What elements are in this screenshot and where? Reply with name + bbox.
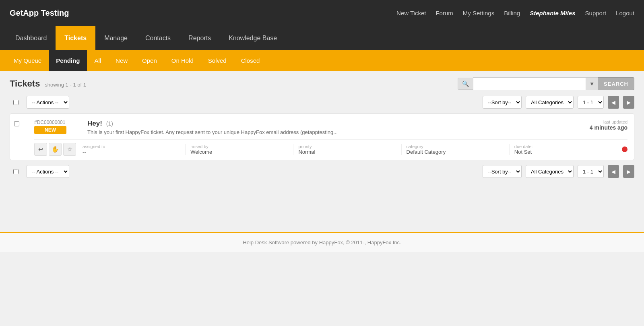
subnav-all[interactable]: All <box>87 50 108 71</box>
search-bar: 🔍 ▼ SEARCH <box>458 77 634 90</box>
subnav-on-hold[interactable]: On Hold <box>164 50 201 71</box>
page-range-top[interactable]: 1 - 1 <box>578 96 604 109</box>
assigned-to-field: assigned to -- <box>83 144 185 155</box>
mainnav-knowledge-base[interactable]: Knowledge Base <box>220 26 286 50</box>
ticket-meta-fields: assigned to -- raised by Welcome priorit… <box>83 144 617 155</box>
ticket-body: #DC00000001 NEW Hey! (1) This is your fi… <box>28 114 634 160</box>
nav-my-settings[interactable]: My Settings <box>463 10 494 17</box>
categories-dropdown-top[interactable]: All Categories <box>526 96 574 109</box>
app-logo: GetApp Testing <box>10 8 69 18</box>
reply-button[interactable]: ↩ <box>34 143 47 156</box>
ticket-card: #DC00000001 NEW Hey! (1) This is your fi… <box>10 113 634 160</box>
search-input[interactable] <box>473 77 586 90</box>
priority-field: priority Normal <box>293 144 401 155</box>
subnav-open[interactable]: Open <box>135 50 164 71</box>
assigned-to-label: assigned to <box>83 144 180 149</box>
subnav-closed[interactable]: Closed <box>234 50 267 71</box>
select-all-bottom[interactable] <box>13 169 19 174</box>
assigned-to-value: -- <box>83 149 180 155</box>
nav-forum[interactable]: Forum <box>436 10 453 17</box>
ticket-title-area: Hey! (1) This is your first HappyFox tic… <box>83 120 575 135</box>
ticket-action-icons: ↩ ✋ ☆ <box>34 143 76 156</box>
raised-by-field: raised by Welcome <box>185 144 293 155</box>
ticket-preview: This is your first HappyFox ticket. Any … <box>87 129 570 135</box>
ticket-top: #DC00000001 NEW Hey! (1) This is your fi… <box>34 120 627 135</box>
priority-value: Normal <box>298 149 396 155</box>
ticket-meta-row: ↩ ✋ ☆ assigned to -- raised by Welcome p… <box>34 139 627 156</box>
tickets-header: Tickets showing 1 - 1 of 1 🔍 ▼ SEARCH <box>10 77 634 90</box>
tickets-count: showing 1 - 1 of 1 <box>45 82 86 88</box>
tickets-title-group: Tickets showing 1 - 1 of 1 <box>10 78 86 89</box>
mainnav-contacts[interactable]: Contacts <box>136 26 180 50</box>
due-date-field: due date: Not Set <box>509 144 617 155</box>
due-date-value: Not Set <box>514 149 612 155</box>
priority-label: priority <box>298 144 396 149</box>
toolbar-top: -- Actions -- --Sort by-- All Categories… <box>10 96 634 109</box>
main-content: Tickets showing 1 - 1 of 1 🔍 ▼ SEARCH --… <box>0 71 644 232</box>
ticket-priority-dot <box>622 146 627 152</box>
category-value: Default Category <box>407 149 504 155</box>
ticket-id-status: #DC00000001 NEW <box>34 120 83 134</box>
select-all-top[interactable] <box>13 100 19 105</box>
footer: Help Desk Software powered by HappyFox, … <box>0 232 644 252</box>
ticket-last-updated: last updated 4 minutes ago <box>575 120 627 131</box>
page-title: Tickets <box>10 78 40 89</box>
mainnav-reports[interactable]: Reports <box>180 26 220 50</box>
search-dropdown-button[interactable]: ▼ <box>586 77 598 90</box>
ticket-title[interactable]: Hey! <box>87 120 102 127</box>
subnav-pending[interactable]: Pending <box>49 50 87 71</box>
toolbar-right-bottom: --Sort by-- All Categories 1 - 1 ◀ ▶ <box>483 165 634 178</box>
last-updated-time: 4 minutes ago <box>575 124 627 131</box>
toolbar-right-top: --Sort by-- All Categories 1 - 1 ◀ ▶ <box>483 96 634 109</box>
ticket-checkbox[interactable] <box>14 121 19 126</box>
actions-dropdown-bottom[interactable]: -- Actions -- <box>27 165 69 178</box>
actions-dropdown-top[interactable]: -- Actions -- <box>27 96 69 109</box>
sort-dropdown-top[interactable]: --Sort by-- <box>483 96 522 109</box>
footer-text: Help Desk Software powered by HappyFox, … <box>243 239 401 246</box>
nav-username[interactable]: Stephanie Miles <box>530 10 575 17</box>
page-range-bottom[interactable]: 1 - 1 <box>578 165 604 178</box>
mainnav-dashboard[interactable]: Dashboard <box>6 26 56 50</box>
nav-billing[interactable]: Billing <box>504 10 520 17</box>
category-field: category Default Category <box>401 144 509 155</box>
due-date-label: due date: <box>514 144 612 149</box>
ticket-replies: (1) <box>106 120 113 127</box>
mainnav-tickets[interactable]: Tickets <box>56 26 95 50</box>
ticket-id: #DC00000001 <box>34 120 83 125</box>
search-button[interactable]: SEARCH <box>598 77 634 90</box>
top-bar: GetApp Testing New Ticket Forum My Setti… <box>0 0 644 26</box>
subnav-my-queue[interactable]: My Queue <box>6 50 49 71</box>
star-button[interactable]: ☆ <box>63 143 76 156</box>
toolbar-bottom: -- Actions -- --Sort by-- All Categories… <box>10 165 634 178</box>
next-page-top[interactable]: ▶ <box>623 96 634 109</box>
next-page-bottom[interactable]: ▶ <box>623 165 634 178</box>
categories-dropdown-bottom[interactable]: All Categories <box>526 165 574 178</box>
raised-by-value: Welcome <box>190 149 288 155</box>
last-updated-label: last updated <box>575 120 627 124</box>
top-nav-links: New Ticket Forum My Settings Billing Ste… <box>396 10 634 17</box>
ticket-status-badge: NEW <box>34 126 66 134</box>
subnav-solved[interactable]: Solved <box>201 50 234 71</box>
select-all-checkbox-top[interactable] <box>10 100 22 105</box>
category-label: category <box>407 144 504 149</box>
sort-dropdown-bottom[interactable]: --Sort by-- <box>483 165 522 178</box>
nav-support[interactable]: Support <box>585 10 607 17</box>
nav-new-ticket[interactable]: New Ticket <box>396 10 426 17</box>
assign-button[interactable]: ✋ <box>49 143 62 156</box>
raised-by-label: raised by <box>190 144 288 149</box>
prev-page-top[interactable]: ◀ <box>608 96 619 109</box>
sub-nav: My Queue Pending All New Open On Hold So… <box>0 50 644 71</box>
subnav-new[interactable]: New <box>108 50 135 71</box>
search-icon: 🔍 <box>458 78 473 90</box>
main-nav: Dashboard Tickets Manage Contacts Report… <box>0 26 644 50</box>
ticket-checkbox-area[interactable] <box>10 114 28 160</box>
prev-page-bottom[interactable]: ◀ <box>608 165 619 178</box>
select-all-checkbox-bottom[interactable] <box>10 169 22 174</box>
nav-logout[interactable]: Logout <box>616 10 634 17</box>
mainnav-manage[interactable]: Manage <box>95 26 136 50</box>
